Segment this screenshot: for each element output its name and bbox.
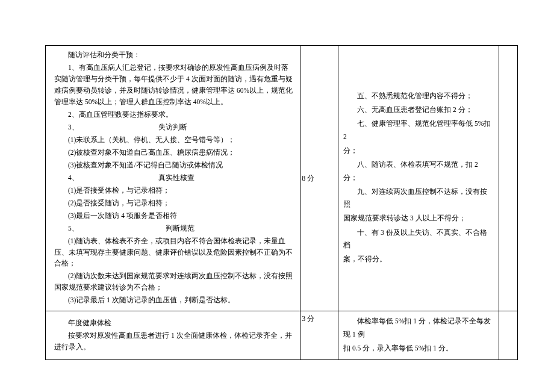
table-row: 随访评估和分类干预： 1、有高血压病人汇总登记，按要求对确诊的原发性高血压病例及… <box>46 46 518 311</box>
para: 按要求对原发性高血压患者进行 1 次全面健康体检，体检记录齐全，并进行录入。 <box>54 330 294 353</box>
rule: 五、不熟悉规范化管理内容不得分； <box>343 90 494 102</box>
empty-cell <box>499 311 517 360</box>
rule-cont: 扣 0.5 分，录入率每低 5%扣 1 分。 <box>343 342 494 355</box>
para: (1)未联系上（关机、停机、无人接、空号错号等）； <box>54 134 294 146</box>
rule-cont: 国家规范要求转诊达 3 人以上不得分； <box>343 212 494 225</box>
section-title: 年度健康体检 <box>54 317 294 329</box>
score-cell: 8 分 <box>300 46 338 311</box>
assessment-table: 随访评估和分类干预： 1、有高血压病人汇总登记，按要求对确诊的原发性高血压病例及… <box>45 45 518 360</box>
score-value: 3 分 <box>300 311 338 326</box>
para: (1)是否接受体检，与记录相符； <box>54 185 294 196</box>
para: (1)随访表、体检表不齐全，或项目内容不符合国体检表记录，未量血压、未填写现存主… <box>54 235 294 270</box>
para: (2)随访次数未达到国家规范要求对连续两次血压控制不达标，没有按照国家规范要求建… <box>54 270 294 293</box>
para: (2)是否接受随访，与记录相符； <box>54 198 294 209</box>
rule: 六、无高血压患者登记台账扣 2 分； <box>343 104 494 116</box>
para: 1、有高血压病人汇总登记，按要求对确诊的原发性高血压病例及时落实随访管理与分类干… <box>54 62 294 108</box>
para: 3、 失访判断 <box>54 122 294 133</box>
para: (3)被核查对象不知道/不记得自己随访或体检情况 <box>54 160 294 171</box>
empty-cell <box>499 46 517 311</box>
para: (2)被核查对象不知道自己高血压、糖尿病患病情况； <box>54 147 294 158</box>
score-cell: 3 分 <box>300 311 338 360</box>
table-row: 年度健康体检 按要求对原发性高血压患者进行 1 次全面健康体检，体检记录齐全，并… <box>46 311 518 360</box>
criteria-cell: 年度健康体检 按要求对原发性高血压患者进行 1 次全面健康体检，体检记录齐全，并… <box>46 311 300 360</box>
rule: 体检率每低 5%扣 1 分，体检记录不全每发现 1 例 <box>343 315 494 341</box>
para: 5、 判断规范 <box>54 223 294 234</box>
rule: 十、有 3 份及以上失访、不真实、不合格档 <box>343 226 494 252</box>
score-value: 8 分 <box>300 171 338 186</box>
para: (3)最后一次随访 4 项服务是否相符 <box>54 210 294 222</box>
rule-cont: 分； <box>343 145 494 157</box>
rule: 九、对连续两次血压控制不达标，没有按照 <box>343 185 494 211</box>
para: 2、高血压管理数要达指标要求。 <box>54 109 294 120</box>
para: 4、 真实性核查 <box>54 172 294 184</box>
rule-cont: 案，不得分。 <box>343 253 494 266</box>
criteria-cell: 随访评估和分类干预： 1、有高血压病人汇总登记，按要求对确诊的原发性高血压病例及… <box>46 46 300 311</box>
section-title: 随访评估和分类干预： <box>54 49 294 61</box>
rule: 七、健康管理率、规范化管理率每低 5%扣 2 <box>343 117 494 143</box>
deduction-cell: 体检率每低 5%扣 1 分，体检记录不全每发现 1 例 扣 0.5 分，录入率每… <box>338 311 499 360</box>
deduction-cell: 五、不熟悉规范化管理内容不得分； 六、无高血压患者登记台账扣 2 分； 七、健康… <box>338 46 499 311</box>
rule: 八、随访表、体检表填写不规范，扣 2 分； <box>343 158 494 184</box>
para: (3)记录最后 1 次随访记录的血压值，判断是否达标。 <box>54 294 294 306</box>
